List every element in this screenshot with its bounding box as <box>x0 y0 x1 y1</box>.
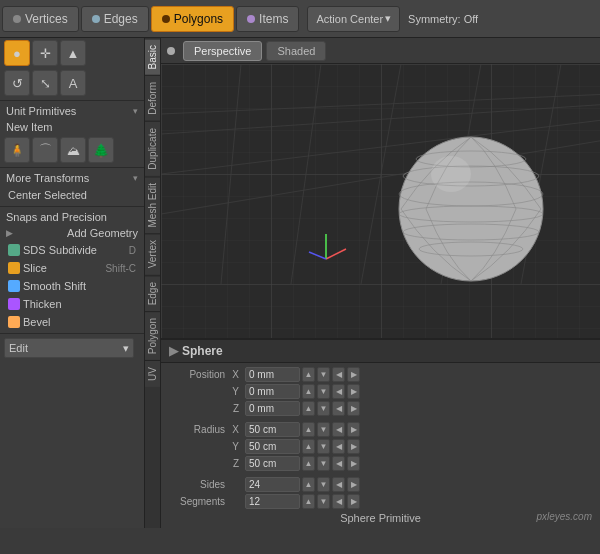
sphere-title: Sphere <box>182 344 223 358</box>
new-item[interactable]: New Item <box>0 119 144 135</box>
segments-rt[interactable]: ▶ <box>347 494 360 509</box>
pos-y-lt[interactable]: ◀ <box>332 384 345 399</box>
rad-x-up[interactable]: ▲ <box>302 422 315 437</box>
side-tab-polygon[interactable]: Polygon <box>145 311 160 360</box>
position-x-rt[interactable]: ▶ <box>347 367 360 382</box>
radius-y-input[interactable]: 50 cm <box>245 439 300 454</box>
smooth-shift-item[interactable]: Smooth Shift <box>0 277 144 295</box>
side-tab-uv[interactable]: UV <box>145 360 160 387</box>
tab-polygons[interactable]: Polygons <box>151 6 234 32</box>
tool-select-btn[interactable]: ● <box>4 40 30 66</box>
viewport[interactable]: Perspective Shaded <box>161 38 600 528</box>
sides-input[interactable]: 24 <box>245 477 300 492</box>
tab-edges[interactable]: Edges <box>81 6 149 32</box>
rad-z-dn[interactable]: ▼ <box>317 456 330 471</box>
action-center-button[interactable]: Action Center ▾ <box>307 6 400 32</box>
tool-text-btn[interactable]: A <box>60 70 86 96</box>
side-tab-vertex[interactable]: Vertex <box>145 233 160 274</box>
sides-lt[interactable]: ◀ <box>332 477 345 492</box>
sides-up[interactable]: ▲ <box>302 477 315 492</box>
slice-item[interactable]: Slice Shift-C <box>0 259 144 277</box>
tab-items[interactable]: Items <box>236 6 299 32</box>
tab-vertices-label: Vertices <box>25 12 68 26</box>
sds-subdivide-item[interactable]: SDS Subdivide D <box>0 241 144 259</box>
radius-z-input[interactable]: 50 cm <box>245 456 300 471</box>
pos-z-lt[interactable]: ◀ <box>332 401 345 416</box>
symmetry-label: Symmetry: Off <box>408 13 478 25</box>
perspective-label: Perspective <box>194 45 251 57</box>
add-geometry-item[interactable]: ▶ Add Geometry <box>0 225 144 241</box>
sides-rt[interactable]: ▶ <box>347 477 360 492</box>
sub-toolbar: Perspective Shaded <box>161 38 600 64</box>
prim-arch-btn[interactable]: ⌒ <box>32 137 58 163</box>
rad-x-lt[interactable]: ◀ <box>332 422 345 437</box>
edit-dropdown[interactable]: Edit ▾ <box>4 338 134 358</box>
vertices-dot <box>13 15 21 23</box>
segments-lt[interactable]: ◀ <box>332 494 345 509</box>
rad-x-dn[interactable]: ▼ <box>317 422 330 437</box>
rad-y-lt[interactable]: ◀ <box>332 439 345 454</box>
more-transforms-item[interactable]: More Transforms ▾ <box>0 170 144 186</box>
tab-shaded[interactable]: Shaded <box>266 41 326 61</box>
rad-z-up[interactable]: ▲ <box>302 456 315 471</box>
tool-scale-btn[interactable]: ⤡ <box>32 70 58 96</box>
tool-cone-btn[interactable]: ▲ <box>60 40 86 66</box>
side-tab-edge[interactable]: Edge <box>145 275 160 311</box>
sides-label: Sides <box>167 479 229 490</box>
position-x-dn[interactable]: ▼ <box>317 367 330 382</box>
edit-arrow: ▾ <box>123 342 129 355</box>
tab-vertices[interactable]: Vertices <box>2 6 79 32</box>
rad-y-dn[interactable]: ▼ <box>317 439 330 454</box>
side-tab-duplicate[interactable]: Duplicate <box>145 121 160 176</box>
tool-rotate-btn[interactable]: ↺ <box>4 70 30 96</box>
tab-items-label: Items <box>259 12 288 26</box>
items-dot <box>247 15 255 23</box>
segments-up[interactable]: ▲ <box>302 494 315 509</box>
tool-move-btn[interactable]: ✛ <box>32 40 58 66</box>
slice-shortcut: Shift-C <box>105 263 136 274</box>
grid-area[interactable] <box>161 64 600 338</box>
prim-mountain-btn[interactable]: ⛰ <box>60 137 86 163</box>
radius-label: Radius <box>167 424 229 435</box>
position-y-input[interactable]: 0 mm <box>245 384 300 399</box>
position-y-row: Y 0 mm ▲ ▼ ◀ ▶ <box>167 384 594 399</box>
segments-input[interactable]: 12 <box>245 494 300 509</box>
pos-y-rt[interactable]: ▶ <box>347 384 360 399</box>
snaps-item[interactable]: Snaps and Precision <box>0 209 144 225</box>
tool-row-1: ● ✛ ▲ <box>0 38 144 68</box>
position-x-lt[interactable]: ◀ <box>332 367 345 382</box>
rad-z-rt[interactable]: ▶ <box>347 456 360 471</box>
pos-z-dn[interactable]: ▼ <box>317 401 330 416</box>
rad-y-up[interactable]: ▲ <box>302 439 315 454</box>
side-tab-mesh-edit[interactable]: Mesh Edit <box>145 176 160 233</box>
sides-dn[interactable]: ▼ <box>317 477 330 492</box>
radius-y-label: Y <box>231 441 243 452</box>
center-selected-item[interactable]: Center Selected <box>0 186 144 204</box>
prim-person-btn[interactable]: 🧍 <box>4 137 30 163</box>
position-x-up[interactable]: ▲ <box>302 367 315 382</box>
radius-x-input[interactable]: 50 cm <box>245 422 300 437</box>
pos-z-rt[interactable]: ▶ <box>347 401 360 416</box>
prim-tree-btn[interactable]: 🌲 <box>88 137 114 163</box>
tab-perspective[interactable]: Perspective <box>183 41 262 61</box>
position-z-input[interactable]: 0 mm <box>245 401 300 416</box>
unit-primitives-item[interactable]: Unit Primitives ▾ <box>0 103 144 119</box>
perspective-dot <box>167 47 175 55</box>
side-tab-deform[interactable]: Deform <box>145 75 160 121</box>
segments-dn[interactable]: ▼ <box>317 494 330 509</box>
pos-y-dn[interactable]: ▼ <box>317 384 330 399</box>
pos-y-up[interactable]: ▲ <box>302 384 315 399</box>
position-x-row: Position X 0 mm ▲ ▼ ◀ ▶ <box>167 367 594 382</box>
rad-z-lt[interactable]: ◀ <box>332 456 345 471</box>
thicken-item[interactable]: Thicken <box>0 295 144 313</box>
side-tab-basic[interactable]: Basic <box>145 38 160 75</box>
rad-y-rt[interactable]: ▶ <box>347 439 360 454</box>
action-center-arrow: ▾ <box>385 12 391 25</box>
rad-x-rt[interactable]: ▶ <box>347 422 360 437</box>
bevel-item[interactable]: Bevel <box>0 313 144 331</box>
position-x-input[interactable]: 0 mm <box>245 367 300 382</box>
properties-title: ▶ Sphere <box>161 340 600 363</box>
radius-z-row: Z 50 cm ▲ ▼ ◀ ▶ <box>167 456 594 471</box>
edges-dot <box>92 15 100 23</box>
pos-z-up[interactable]: ▲ <box>302 401 315 416</box>
